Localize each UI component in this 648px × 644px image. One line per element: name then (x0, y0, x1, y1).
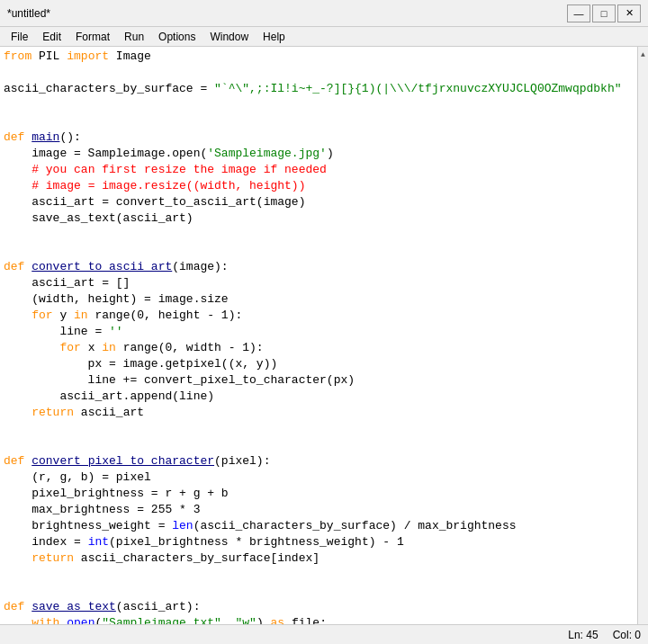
code-line: line += convert_pixel_to_character(px) (4, 372, 637, 389)
code-line: image = Sampleimage.open('Sampleimage.jp… (4, 146, 637, 162)
code-line: return ascii_characters_by_surface[index… (4, 550, 637, 567)
code-line: ascii_art.append(line) (4, 389, 637, 405)
code-line: def convert_pixel_to_character(pixel): (4, 453, 637, 470)
menu-bar: File Edit Format Run Options Window Help (0, 27, 648, 47)
code-line (4, 65, 637, 81)
menu-options[interactable]: Options (151, 29, 202, 45)
code-line: save_as_text(ascii_art) (4, 210, 637, 227)
code-line: (width, height) = image.size (4, 291, 637, 308)
code-line: ascii_art = [] (4, 275, 637, 291)
code-line: index = int(pixel_brightness * brightnes… (4, 534, 637, 550)
code-line: def convert_to_ascii_art(image): (4, 259, 637, 275)
code-line (4, 97, 637, 113)
menu-edit[interactable]: Edit (35, 29, 68, 45)
editor-container: from PIL import Image ascii_characters_b… (0, 47, 648, 624)
title-bar: *untitled* — □ ✕ (0, 0, 648, 27)
vertical-scrollbar[interactable]: ▲ (637, 47, 648, 624)
scroll-up-arrow[interactable]: ▲ (641, 49, 645, 61)
code-line (4, 113, 637, 130)
code-line: from PIL import Image (4, 49, 637, 65)
code-line (4, 243, 637, 259)
maximize-button[interactable]: □ (592, 4, 616, 22)
code-line: max_brightness = 255 * 3 (4, 502, 637, 518)
code-line: # image = image.resize((width, height)) (4, 178, 637, 194)
code-line: line = '' (4, 324, 637, 340)
code-line: def save_as_text(ascii_art): (4, 599, 637, 615)
code-line: brightness_weight = len(ascii_characters… (4, 518, 637, 534)
code-line (4, 227, 637, 243)
col-indicator: Col: 0 (613, 629, 641, 641)
code-line: ascii_characters_by_surface = "`^\",;:Il… (4, 81, 637, 97)
code-editor[interactable]: from PIL import Image ascii_characters_b… (0, 47, 637, 624)
code-line (4, 567, 637, 583)
code-line: def main(): (4, 130, 637, 146)
status-bar: Ln: 45 Col: 0 (0, 624, 648, 644)
line-indicator: Ln: 45 (568, 629, 598, 641)
menu-file[interactable]: File (4, 29, 35, 45)
minimize-button[interactable]: — (567, 4, 590, 22)
code-line: # you can first resize the image if need… (4, 162, 637, 178)
menu-help[interactable]: Help (256, 29, 292, 45)
code-line: px = image.getpixel((x, y)) (4, 356, 637, 372)
menu-run[interactable]: Run (117, 29, 151, 45)
close-button[interactable]: ✕ (617, 4, 641, 22)
code-line: return ascii_art (4, 405, 637, 421)
menu-format[interactable]: Format (68, 29, 117, 45)
code-line: pixel_brightness = r + g + b (4, 486, 637, 502)
code-line: for y in range(0, height - 1): (4, 308, 637, 324)
code-line: for x in range(0, width - 1): (4, 340, 637, 356)
menu-window[interactable]: Window (202, 29, 256, 45)
window-controls: — □ ✕ (567, 4, 641, 22)
code-line (4, 421, 637, 437)
code-line: ascii_art = convert_to_ascii_art(image) (4, 194, 637, 210)
code-line: (r, g, b) = pixel (4, 470, 637, 486)
window-title: *untitled* (7, 7, 50, 20)
code-line: with open("Sampleimage.txt", "w") as fil… (4, 615, 637, 624)
code-line (4, 437, 637, 453)
code-line (4, 583, 637, 599)
